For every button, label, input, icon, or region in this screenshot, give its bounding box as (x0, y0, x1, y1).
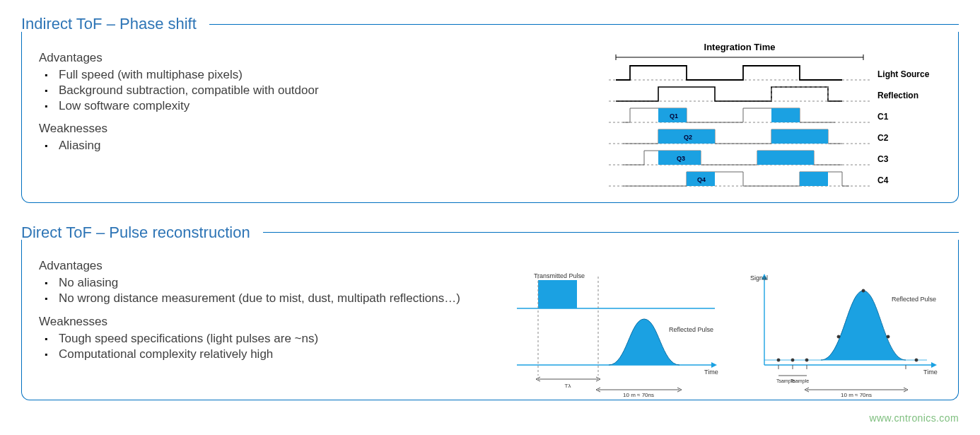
svg-point-31 (862, 289, 865, 292)
svg-point-32 (887, 335, 889, 338)
svg-rect-18 (538, 280, 577, 308)
section1-adv-head: Advantages (39, 50, 588, 66)
section2-rule (263, 232, 959, 233)
section1-weak-head: Weaknesses (39, 121, 588, 137)
section1-text: Advantages Full speed (with multiphase p… (39, 40, 588, 161)
rx-label: Reflected Pulse (669, 326, 713, 333)
section2-weak-list: Tough speed specifications (light pulses… (39, 331, 510, 362)
list-item: Low software complexity (59, 98, 588, 114)
svg-rect-13 (757, 151, 814, 165)
integration-time-diagram: Integration Time Light Source (588, 40, 941, 197)
list-item: No wrong distance measurement (due to mi… (59, 291, 510, 306)
list-item: No aliasing (59, 275, 510, 291)
svg-rect-16 (800, 172, 828, 186)
row-label: C2 (877, 133, 889, 143)
svg-rect-10 (771, 129, 828, 144)
section1-weak-list: Aliasing (39, 138, 588, 153)
list-item: Computational complexity relatively high (59, 347, 510, 362)
time-label: Time (704, 369, 718, 376)
svg-point-33 (915, 359, 918, 361)
tof-label: Tλ (565, 383, 571, 389)
signal-label: Signal (750, 274, 768, 282)
dist-label: 10 m ≈ 70ns (623, 392, 654, 397)
diagram1-title: Integration Time (704, 42, 776, 52)
list-item: Aliasing (59, 138, 588, 153)
row-label: C4 (877, 175, 889, 185)
row-label: Reflection (877, 91, 918, 100)
svg-point-30 (837, 335, 840, 338)
section2-adv-head: Advantages (39, 258, 510, 274)
list-item: Full speed (with multiphase pixels) (59, 67, 588, 83)
tsample-label2: Tsample (791, 378, 809, 384)
section2-text: Advantages No aliasing No wrong distance… (39, 248, 510, 369)
watermark: www.cntronics.com (869, 412, 959, 424)
q-label: Q3 (677, 155, 685, 162)
dist-label2: 10 m ≈ 70ns (841, 392, 872, 397)
svg-rect-7 (771, 108, 800, 122)
row-label: C3 (877, 154, 889, 164)
svg-point-28 (791, 359, 794, 361)
svg-point-29 (805, 359, 808, 361)
time-label2: Time (923, 369, 938, 376)
section2-weak-head: Weaknesses (39, 314, 510, 330)
row-label: C1 (877, 112, 889, 122)
svg-point-27 (777, 359, 780, 361)
tx-label: Transmitted Pulse (534, 272, 585, 279)
list-item: Background subtraction, compatible with … (59, 83, 588, 98)
rx-label2: Reflected Pulse (892, 296, 936, 303)
q-label: Q4 (697, 176, 706, 183)
row-label: Light Source (877, 69, 930, 79)
pulse-diagrams: Transmitted Pulse Reflected Pulse Time T… (510, 248, 941, 397)
q-label: Q1 (670, 112, 678, 120)
q-label: Q2 (684, 134, 692, 141)
section1-rule (209, 24, 959, 25)
section2-block: Advantages No aliasing No wrong distance… (21, 240, 959, 400)
list-item: Tough speed specifications (light pulses… (59, 331, 510, 347)
section2-adv-list: No aliasing No wrong distance measuremen… (39, 275, 510, 306)
section1-block: Advantages Full speed (with multiphase p… (21, 32, 959, 203)
section1-adv-list: Full speed (with multiphase pixels) Back… (39, 67, 588, 114)
